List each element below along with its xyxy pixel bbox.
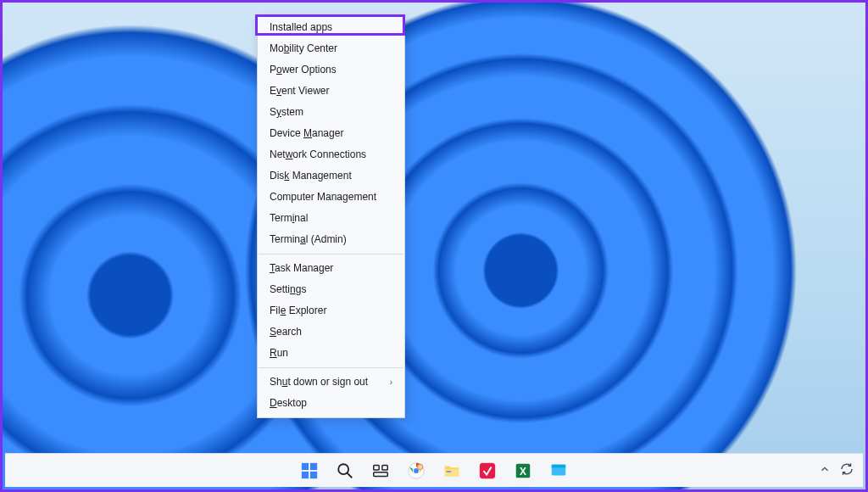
svg-rect-7 <box>382 465 387 470</box>
app-red-icon <box>478 461 497 480</box>
menu-item-search[interactable]: Search <box>258 321 404 343</box>
svg-rect-2 <box>302 471 309 478</box>
app-red-taskbar-button[interactable] <box>472 457 503 484</box>
backup-status-tray-button[interactable] <box>839 461 854 479</box>
menu-item-terminal-admin[interactable]: Terminal (Admin) <box>258 229 404 250</box>
app-blue-icon <box>549 461 568 480</box>
menu-item-installed-apps[interactable]: Installed apps <box>258 17 404 38</box>
chrome-icon <box>407 461 426 480</box>
search-taskbar-button[interactable] <box>330 457 360 484</box>
menu-item-computer-management[interactable]: Computer Management <box>258 187 404 208</box>
svg-rect-0 <box>302 462 309 469</box>
menu-item-shut-down-or-sign-out[interactable]: Shut down or sign out› <box>258 372 404 393</box>
menu-item-task-manager[interactable]: Task Manager <box>258 258 404 279</box>
start-icon <box>300 461 319 480</box>
svg-rect-14 <box>447 471 452 472</box>
svg-rect-8 <box>374 472 388 476</box>
svg-rect-1 <box>310 462 317 469</box>
svg-point-4 <box>338 464 348 474</box>
svg-rect-19 <box>552 464 566 467</box>
svg-point-12 <box>417 464 422 469</box>
menu-item-terminal[interactable]: Terminal <box>258 208 404 229</box>
excel-taskbar-button[interactable]: X <box>508 457 538 484</box>
menu-item-mobility-center[interactable]: Mobility Center <box>258 38 404 59</box>
task-view-icon <box>371 461 390 480</box>
svg-line-5 <box>348 472 353 478</box>
svg-rect-15 <box>480 462 495 478</box>
taskbar: X <box>5 453 863 487</box>
menu-separator <box>259 254 403 254</box>
menu-item-run[interactable]: Run <box>258 343 404 364</box>
svg-rect-13 <box>445 469 459 476</box>
task-view-taskbar-button[interactable] <box>365 457 396 484</box>
menu-item-disk-management[interactable]: Disk Management <box>258 165 404 187</box>
menu-item-settings[interactable]: Settings <box>258 279 404 300</box>
chevron-right-icon: › <box>390 376 392 389</box>
chevron-up-icon <box>819 464 831 478</box>
menu-item-event-viewer[interactable]: Event Viewer <box>258 81 404 102</box>
start-taskbar-button[interactable] <box>294 457 325 484</box>
svg-rect-6 <box>374 465 379 470</box>
svg-rect-3 <box>310 471 317 478</box>
backup-status-icon <box>839 466 854 479</box>
chevron-up-tray-button[interactable] <box>819 463 831 478</box>
winx-context-menu[interactable]: Installed appsMobility CenterPower Optio… <box>257 16 405 418</box>
menu-item-system[interactable]: System <box>258 102 404 123</box>
menu-item-device-manager[interactable]: Device Manager <box>258 123 404 144</box>
menu-item-desktop[interactable]: Desktop <box>258 393 404 414</box>
excel-icon: X <box>514 461 532 480</box>
svg-text:X: X <box>520 465 526 477</box>
app-blue-taskbar-button[interactable] <box>543 457 574 484</box>
file-explorer-icon <box>442 461 461 480</box>
file-explorer-taskbar-button[interactable] <box>437 457 467 484</box>
menu-item-network-connections[interactable]: Network Connections <box>258 144 404 165</box>
menu-item-power-options[interactable]: Power Options <box>258 59 404 81</box>
menu-separator <box>259 367 403 368</box>
search-icon <box>336 461 354 480</box>
chrome-taskbar-button[interactable] <box>401 457 431 484</box>
menu-item-file-explorer[interactable]: File Explorer <box>258 300 404 321</box>
